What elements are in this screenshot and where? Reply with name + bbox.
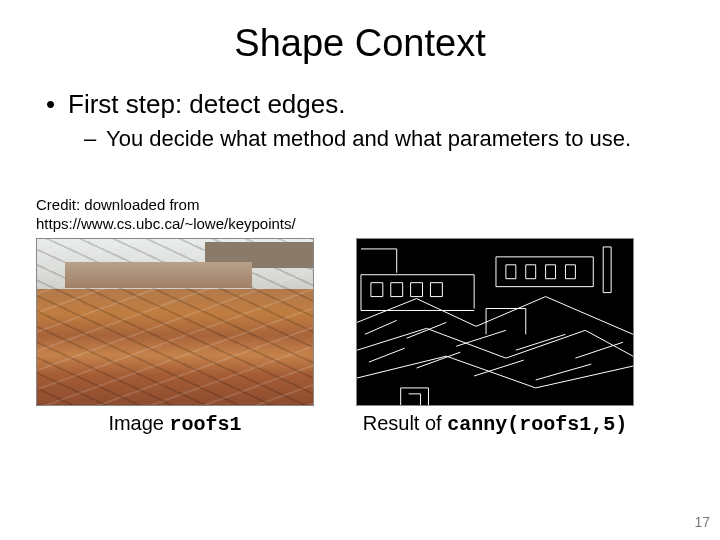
roofs-photo [36,238,314,406]
edge-image [356,238,634,406]
page-number: 17 [694,514,710,530]
caption-right-prefix: Result of [363,412,447,434]
slide-title: Shape Context [36,22,684,65]
caption-left: Image roofs1 [108,412,241,436]
caption-left-prefix: Image [108,412,169,434]
bullet-level-1: First step: detect edges. [44,89,684,120]
bullet-level-2: You decide what method and what paramete… [84,126,684,152]
caption-right-code: canny(roofs1,5) [447,413,627,436]
slide: Shape Context First step: detect edges. … [0,0,720,540]
image-credit: Credit: downloaded from https://www.cs.u… [36,196,684,234]
bullet-list: First step: detect edges. You decide wha… [44,89,684,152]
caption-left-code: roofs1 [170,413,242,436]
figure-left: Image roofs1 [36,238,314,436]
caption-right: Result of canny(roofs1,5) [363,412,628,436]
credit-line-1: Credit: downloaded from [36,196,684,215]
credit-line-2: https://www.cs.ubc.ca/~lowe/keypoints/ [36,215,684,234]
figure-row: Image roofs1 [36,238,684,436]
canny-edges-icon [357,239,633,406]
figure-right: Result of canny(roofs1,5) [356,238,634,436]
